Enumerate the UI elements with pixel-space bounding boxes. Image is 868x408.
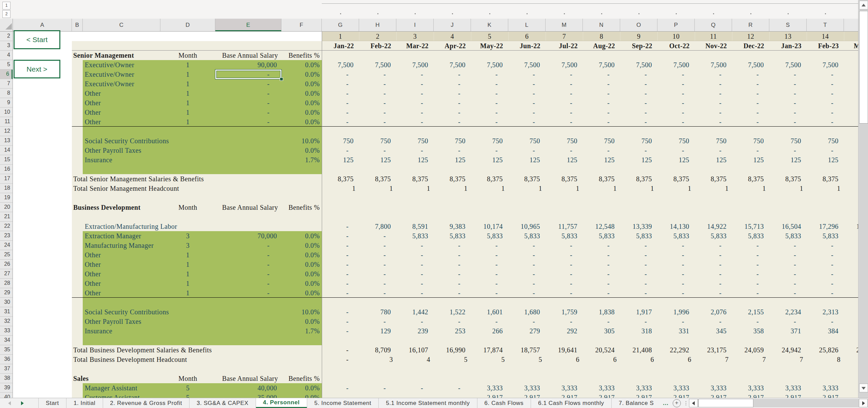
cell-S9[interactable]: - xyxy=(769,98,796,108)
cell-H26[interactable]: - xyxy=(359,260,386,269)
cell-M13[interactable]: 750 xyxy=(546,136,577,146)
cell-J35[interactable]: 16,990 xyxy=(434,345,466,355)
cell-S39[interactable]: 3,333 xyxy=(769,383,801,393)
cell-P8[interactable]: - xyxy=(657,89,684,98)
cell-H11[interactable]: - xyxy=(359,117,386,127)
cell-R14[interactable]: - xyxy=(732,146,759,155)
cell-N5[interactable]: 7,500 xyxy=(583,60,615,70)
cell-G15[interactable]: 125 xyxy=(322,155,354,165)
cell-M39[interactable]: 3,333 xyxy=(546,383,577,393)
tabs-scroll-right-icon[interactable] xyxy=(21,401,24,405)
cell-O14[interactable]: - xyxy=(620,146,647,155)
cell-U25[interactable]: - xyxy=(844,250,858,260)
cell-T18[interactable]: 1 xyxy=(807,184,841,193)
cell-D26[interactable]: 1 xyxy=(160,260,215,269)
cell-M24[interactable]: - xyxy=(546,241,572,250)
cell-Q14[interactable]: - xyxy=(695,146,722,155)
cell-E23[interactable]: 70,000 xyxy=(215,231,277,241)
cell-B17[interactable]: Total Senior Management Salaries & Benef… xyxy=(73,174,204,184)
cell-C8[interactable]: Other xyxy=(85,89,101,98)
cell-J22[interactable]: 9,383 xyxy=(434,222,466,231)
outline-level-2-button[interactable]: 2 xyxy=(2,10,11,18)
cell-K25[interactable]: - xyxy=(471,250,498,260)
cell-F29[interactable]: 0.0% xyxy=(281,288,320,298)
cell-J5[interactable]: 7,500 xyxy=(434,60,466,70)
cell-P28[interactable]: - xyxy=(657,279,684,288)
cell-P13[interactable]: 750 xyxy=(657,136,689,146)
row-header-3[interactable]: 3 xyxy=(0,41,13,51)
cell-U8[interactable]: - xyxy=(844,89,858,98)
sheet-tab-7-balance-s[interactable]: 7. Balance S xyxy=(612,398,661,408)
cell-I14[interactable]: - xyxy=(396,146,423,155)
cell-F24[interactable]: 0.0% xyxy=(281,241,320,250)
cell-M5[interactable]: 7,500 xyxy=(546,60,577,70)
cell-G29[interactable]: - xyxy=(322,288,349,298)
sheet-tab-start[interactable]: Start xyxy=(39,398,66,408)
cell-R31[interactable]: 2,155 xyxy=(732,307,764,317)
cell-I25[interactable]: - xyxy=(396,250,423,260)
cell-G7[interactable]: - xyxy=(322,79,349,89)
cell-S31[interactable]: 2,234 xyxy=(769,307,801,317)
cell-T23[interactable]: 5,833 xyxy=(807,231,839,241)
cell-S3[interactable]: Jan-23 xyxy=(769,41,802,51)
cell-U27[interactable]: - xyxy=(844,269,858,279)
cell-E39[interactable]: 40,000 xyxy=(215,383,277,393)
cell-L14[interactable]: - xyxy=(508,146,535,155)
cell-C13[interactable]: Social Security Contributions xyxy=(85,136,169,146)
cell-M29[interactable]: - xyxy=(546,288,572,298)
cell-Q15[interactable]: 125 xyxy=(695,155,727,165)
sheet-tab-2-revenue-gross-profit[interactable]: 2. Revenue & Gross Profit xyxy=(103,398,189,408)
cell-I36[interactable]: 4 xyxy=(396,355,430,364)
cell-R3[interactable]: Dec-22 xyxy=(732,41,764,51)
column-header-T[interactable]: T xyxy=(807,19,844,31)
cell-I7[interactable]: - xyxy=(396,79,423,89)
cell-Q39[interactable]: 3,333 xyxy=(695,383,727,393)
cell-L5[interactable]: 7,500 xyxy=(508,60,540,70)
cell-F11[interactable]: 0.0% xyxy=(281,117,320,127)
cell-G28[interactable]: - xyxy=(322,279,349,288)
cell-H22[interactable]: 7,800 xyxy=(359,222,391,231)
cell-C27[interactable]: Other xyxy=(85,269,101,279)
cell-R32[interactable]: - xyxy=(732,317,759,326)
cell-C23[interactable]: Extraction Manager xyxy=(85,231,141,241)
cell-N3[interactable]: Aug-22 xyxy=(583,41,615,51)
cell-K26[interactable]: - xyxy=(471,260,498,269)
cell-G11[interactable]: - xyxy=(322,117,349,127)
row-header-18[interactable]: 18 xyxy=(0,184,13,193)
cell-S5[interactable]: 7,500 xyxy=(769,60,801,70)
cell-D24[interactable]: 3 xyxy=(160,241,215,250)
cell-E29[interactable]: - xyxy=(215,288,270,298)
cell-U17[interactable]: 8,375 xyxy=(844,174,858,184)
sheet-tab-4-personnel[interactable]: 4. Personnel xyxy=(256,398,307,408)
header-benefits-row-20[interactable]: Benefits % xyxy=(281,203,320,212)
cell-F39[interactable]: 0.0% xyxy=(281,383,320,393)
cell-I27[interactable]: - xyxy=(396,269,423,279)
scroll-up-button[interactable] xyxy=(859,1,868,10)
cell-J26[interactable]: - xyxy=(434,260,460,269)
cell-J33[interactable]: 253 xyxy=(434,326,466,336)
cell-G32[interactable]: - xyxy=(322,317,349,326)
cell-T11[interactable]: - xyxy=(807,117,833,127)
cell-I29[interactable]: - xyxy=(396,288,423,298)
cell-P5[interactable]: 7,500 xyxy=(657,60,689,70)
cell-O33[interactable]: 318 xyxy=(620,326,652,336)
cell-D23[interactable]: 3 xyxy=(160,231,215,241)
cell-M17[interactable]: 8,375 xyxy=(546,174,577,184)
section-title-row-38[interactable]: Sales xyxy=(73,374,88,383)
cell-M7[interactable]: - xyxy=(546,79,572,89)
cell-U29[interactable]: - xyxy=(844,288,858,298)
cell-D27[interactable]: 1 xyxy=(160,269,215,279)
cell-Q33[interactable]: 345 xyxy=(695,326,727,336)
cell-I15[interactable]: 125 xyxy=(396,155,428,165)
cell-I18[interactable]: 1 xyxy=(396,184,430,193)
cell-G5[interactable]: 7,500 xyxy=(322,60,354,70)
cell-J9[interactable]: - xyxy=(434,98,460,108)
cell-P3[interactable]: Oct-22 xyxy=(657,41,690,51)
cell-Q13[interactable]: 750 xyxy=(695,136,727,146)
cell-I9[interactable]: - xyxy=(396,98,423,108)
cell-D28[interactable]: 1 xyxy=(160,279,215,288)
cell-D10[interactable]: 1 xyxy=(160,108,215,117)
header-month-row-4[interactable]: Month xyxy=(160,51,215,60)
cell-K13[interactable]: 750 xyxy=(471,136,503,146)
cell-L11[interactable]: - xyxy=(508,117,535,127)
